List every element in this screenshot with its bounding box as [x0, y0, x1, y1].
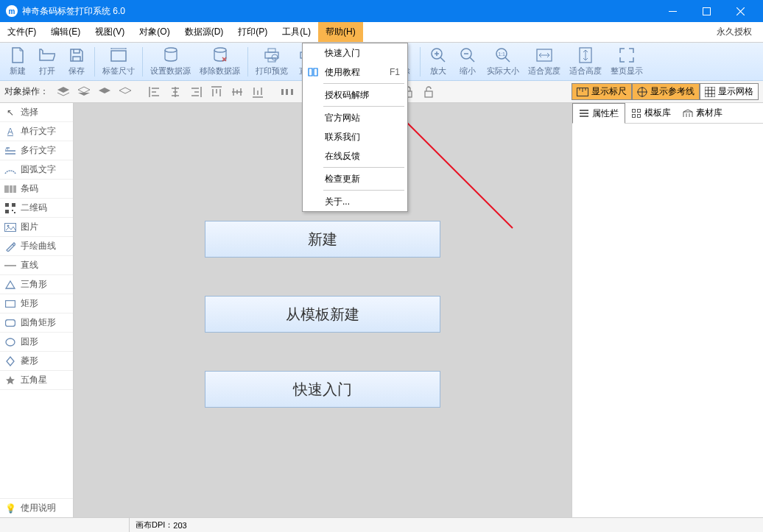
layer-front-icon[interactable] — [54, 84, 72, 100]
library-icon — [683, 108, 693, 118]
tb-preview[interactable]: 打印预览 — [251, 44, 292, 79]
tool-line[interactable]: 直线 — [0, 256, 73, 275]
tab-assets[interactable]: 素材库 — [677, 103, 728, 123]
tb-removeds[interactable]: 移除数据源 — [195, 44, 245, 79]
toggle-ruler[interactable]: 显示标尺 — [572, 83, 632, 100]
align-bottom-icon[interactable] — [249, 84, 267, 100]
svg-point-4 — [214, 48, 226, 52]
dd-quickstart[interactable]: 快速入门 — [303, 43, 407, 63]
tool-select[interactable]: ↖选择 — [0, 103, 73, 122]
close-button[interactable] — [723, 0, 757, 22]
pencil-icon — [4, 241, 16, 252]
tb-actual[interactable]: 1:1实际大小 — [482, 44, 524, 79]
right-panel: 属性栏 模板库 素材库 — [572, 103, 763, 517]
dist-h-icon[interactable] — [278, 84, 296, 100]
tb-fitpage[interactable]: 整页显示 — [606, 44, 647, 79]
ruler-icon — [577, 88, 588, 96]
svg-rect-44 — [633, 109, 636, 112]
database-remove-icon — [211, 46, 229, 64]
tb-open[interactable]: 打开 — [32, 44, 62, 79]
fit-page-icon — [618, 46, 636, 64]
menu-help[interactable]: 帮助(H) — [318, 22, 363, 42]
guide-icon — [637, 87, 647, 97]
tool-arctext[interactable]: 圆弧文字 — [0, 160, 73, 180]
tool-circle[interactable]: 圆形 — [0, 333, 73, 352]
book-icon — [307, 66, 319, 78]
tb-fith[interactable]: 适合高度 — [565, 44, 606, 79]
tb-save[interactable]: 保存 — [62, 44, 91, 79]
dd-tutorial[interactable]: 使用教程F1 — [303, 63, 407, 82]
menu-edit[interactable]: 编辑(E) — [43, 22, 88, 42]
tool-text2[interactable]: A多行文字 — [0, 141, 73, 160]
fit-height-icon — [577, 46, 594, 64]
tool-text1[interactable]: A单行文字 — [0, 122, 73, 141]
toggle-grid[interactable]: 显示网格 — [700, 83, 759, 100]
tool-help[interactable]: 💡使用说明 — [0, 498, 73, 517]
object-ops-label: 对象操作： — [4, 85, 49, 98]
align-center-icon[interactable] — [166, 84, 184, 100]
tool-panel: ↖选择 A单行文字 A多行文字 圆弧文字 条码 二维码 图片 手绘曲线 直线 三… — [0, 103, 74, 517]
database-set-icon — [162, 46, 180, 64]
print-preview-icon — [263, 46, 281, 64]
layer-back-icon[interactable] — [75, 84, 93, 100]
menu-print[interactable]: 打印(P) — [231, 22, 275, 42]
save-icon — [68, 46, 85, 64]
tool-rect[interactable]: 矩形 — [0, 294, 73, 313]
svg-rect-30 — [425, 91, 432, 97]
menu-datasource[interactable]: 数据源(D) — [177, 22, 231, 42]
tool-diamond[interactable]: 菱形 — [0, 352, 73, 371]
align-right-icon[interactable] — [187, 84, 205, 100]
line-icon — [4, 260, 16, 272]
tab-props[interactable]: 属性栏 — [572, 103, 625, 124]
svg-text:A: A — [5, 146, 8, 151]
tb-setds[interactable]: 设置数据源 — [146, 44, 195, 79]
align-middle-icon[interactable] — [228, 84, 246, 100]
menu-tools[interactable]: 工具(L) — [275, 22, 318, 42]
dd-about[interactable]: 关于... — [303, 192, 407, 211]
tool-freehand[interactable]: 手绘曲线 — [0, 237, 73, 256]
dd-unbind[interactable]: 授权码解绑 — [303, 85, 407, 104]
svg-point-8 — [272, 54, 278, 60]
svg-rect-47 — [638, 114, 641, 117]
align-left-icon[interactable] — [146, 84, 164, 100]
roundrect-icon — [4, 317, 16, 329]
open-icon — [38, 46, 56, 64]
dd-feedback[interactable]: 在线反馈 — [303, 146, 407, 166]
tool-image[interactable]: 图片 — [0, 218, 73, 237]
toggle-guide[interactable]: 显示参考线 — [632, 83, 700, 100]
tab-templates[interactable]: 模板库 — [625, 103, 677, 123]
tb-labelsize[interactable]: 标签尺寸 — [98, 44, 139, 79]
tool-star[interactable]: 五角星 — [0, 371, 73, 390]
template-icon — [631, 108, 641, 118]
dd-update[interactable]: 检查更新 — [303, 169, 407, 188]
dd-website[interactable]: 官方网站 — [303, 108, 407, 127]
menu-object[interactable]: 对象(O) — [132, 22, 177, 42]
title-bar: m 神奇条码标签打印系统 6.0 — [0, 0, 763, 22]
fit-width-icon — [535, 46, 553, 64]
menu-view[interactable]: 视图(V) — [88, 22, 132, 42]
tool-triangle[interactable]: 三角形 — [0, 275, 73, 294]
layer-up-icon[interactable] — [96, 84, 113, 100]
bulb-icon: 💡 — [4, 503, 16, 514]
tool-barcode[interactable]: 条码 — [0, 180, 73, 199]
tool-qrcode[interactable]: 二维码 — [0, 199, 73, 218]
maximize-button[interactable] — [689, 0, 723, 22]
layer-down-icon[interactable] — [116, 84, 134, 100]
tb-zoomin[interactable]: 放大 — [423, 44, 453, 79]
tb-new[interactable]: 新建 — [3, 44, 32, 79]
tool-roundrect[interactable]: 圆角矩形 — [0, 313, 73, 333]
align-top-icon[interactable] — [208, 84, 225, 100]
dd-contact[interactable]: 联系我们 — [303, 127, 407, 146]
svg-rect-41 — [6, 300, 15, 307]
minimize-button[interactable] — [655, 0, 689, 22]
canvas-quickstart-button[interactable]: 快速入门 — [205, 371, 440, 408]
unlock-icon[interactable] — [420, 84, 437, 100]
license-label[interactable]: 永久授权 — [709, 22, 763, 42]
tb-zoomout[interactable]: 缩小 — [453, 44, 482, 79]
menu-bar: 文件(F) 编辑(E) 视图(V) 对象(O) 数据源(D) 打印(P) 工具(… — [0, 22, 763, 43]
canvas-template-button[interactable]: 从模板新建 — [205, 296, 440, 333]
menu-file[interactable]: 文件(F) — [0, 22, 43, 42]
canvas-new-button[interactable]: 新建 — [205, 221, 440, 258]
svg-rect-23 — [286, 89, 288, 95]
tb-fitw[interactable]: 适合宽度 — [524, 44, 565, 79]
